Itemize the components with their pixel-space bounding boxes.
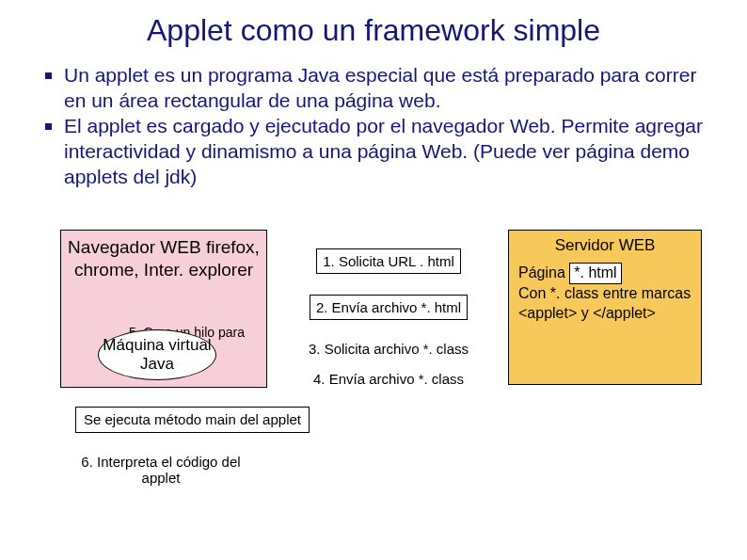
browser-label: Navegador WEB firefox, chrome, Inter. ex… [61,231,266,281]
diagram: Navegador WEB firefox, chrome, Inter. ex… [0,222,747,542]
bullet-list: Un applet es un programa Java especial q… [0,57,747,189]
server-content: Página *. html Con *. class entre marcas… [509,263,701,323]
slide-title: Applet como un framework simple [0,0,747,57]
html-file-box: *. html [569,263,621,284]
bullet-item: Un applet es un programa Java especial q… [64,63,709,114]
bullet-item: El applet es cargado y ejecutado por el … [64,114,709,190]
jvm-ellipse: Máquina virtual Java [98,329,216,380]
exec-method-box: Se ejecuta método main del applet [75,407,310,433]
server-box: Servidor WEB Página *. html Con *. class… [508,230,702,385]
step-2: 2. Envía archivo *. html [310,295,468,320]
server-line2: Con *. class entre marcas <applet> y </a… [518,285,691,321]
step-1: 1. Solicita URL . html [316,248,461,274]
server-line1a: Página [518,264,565,280]
jvm-label: Máquina virtual Java [99,336,215,373]
step-6-label: 6. Interpreta el código del applet [81,454,241,486]
step-4: 4. Envía archivo *. class [313,369,464,389]
center-steps: 1. Solicita URL . html 2. Envía archivo … [286,241,491,393]
server-label: Servidor WEB [509,231,701,263]
step-3: 3. Solicita archivo *. class [309,339,469,359]
